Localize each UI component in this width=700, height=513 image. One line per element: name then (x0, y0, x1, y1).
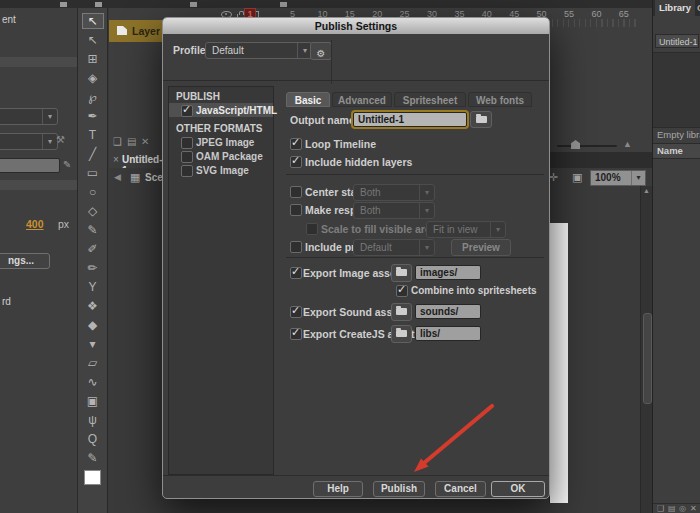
item-properties-icon[interactable]: ◎ (679, 504, 686, 513)
include-hidden-layers-label[interactable]: Include hidden layers (305, 156, 412, 168)
delete-item-icon[interactable]: ✕ (690, 504, 697, 513)
document-settings-button[interactable]: ngs... (0, 253, 50, 269)
javascript-html-label[interactable]: JavaScript/HTML (196, 105, 277, 116)
scroll-up-icon[interactable]: ▲ (643, 187, 650, 194)
export-sound-assets-checkbox[interactable] (290, 306, 302, 318)
hand-tool[interactable]: ψ (83, 413, 103, 427)
new-folder-icon[interactable]: ▤ (127, 136, 136, 147)
jpeg-image-checkbox[interactable] (181, 137, 193, 149)
properties-text-input[interactable] (0, 158, 60, 173)
panel-collapse-icon[interactable] (60, 2, 67, 7)
wrench-icon[interactable]: ⚒ (56, 134, 65, 145)
timeline-zoom-slider[interactable] (557, 145, 617, 147)
camera-tool[interactable]: ▣ (83, 394, 103, 408)
image-path-input[interactable]: images/ (415, 265, 481, 280)
pen-tool[interactable]: ✒ (83, 109, 103, 123)
properties-dropdown[interactable]: ▾ (0, 108, 58, 125)
line-tool[interactable]: ╱ (83, 147, 103, 161)
section-header-bar (0, 180, 77, 190)
output-name-input[interactable]: Untitled-1 (353, 112, 467, 127)
profile-select[interactable]: Default ▾ (205, 42, 313, 59)
bone-tool[interactable]: Y (83, 280, 103, 294)
panel-collapse-icon[interactable] (280, 2, 287, 7)
loop-timeline-checkbox[interactable] (290, 138, 302, 150)
zoom-tool[interactable]: Q (83, 432, 103, 446)
createjs-path-input[interactable]: libs/ (415, 326, 481, 341)
jpeg-image-label[interactable]: JPEG Image (196, 137, 254, 148)
output-folder-button[interactable] (470, 111, 492, 128)
fill-color-swatch[interactable] (84, 470, 101, 485)
panel-collapse-icon[interactable] (190, 2, 197, 7)
polystar-tool[interactable]: ◇ (83, 204, 103, 218)
breadcrumb: Sce (145, 172, 163, 183)
tab-web-fonts[interactable]: Web fonts (468, 92, 532, 107)
dialog-title-bar[interactable]: Publish Settings (163, 18, 549, 34)
svg-image-checkbox[interactable] (181, 165, 193, 177)
ink-bottle-tool[interactable]: ◆ (83, 318, 103, 332)
sound-path-input[interactable]: sounds/ (415, 304, 481, 319)
rectangle-tool[interactable]: ▭ (83, 166, 103, 180)
delete-layer-icon[interactable]: ✕ (141, 136, 149, 147)
include-hidden-layers-checkbox[interactable] (290, 156, 302, 168)
help-button[interactable]: Help (313, 481, 363, 497)
svg-image-label[interactable]: SVG Image (196, 165, 249, 176)
new-symbol-icon[interactable]: ❑ (657, 504, 664, 513)
stroke-color-icon[interactable]: ✎ (83, 451, 103, 465)
center-stage-checkbox[interactable] (290, 186, 302, 198)
tab-basic[interactable]: Basic (286, 92, 330, 107)
zoom-fit-icon[interactable]: ▲ (623, 139, 632, 149)
image-folder-button[interactable] (391, 264, 412, 282)
combine-spritesheets-label[interactable]: Combine into spritesheets (411, 285, 537, 296)
stage-height-value[interactable]: 400 (26, 218, 44, 230)
cancel-button[interactable]: Cancel (435, 481, 486, 497)
oam-package-checkbox[interactable] (181, 151, 193, 163)
loop-timeline-label[interactable]: Loop Timeline (305, 138, 376, 150)
make-responsive-checkbox[interactable] (290, 204, 302, 216)
selection-tool[interactable]: ↖ (83, 14, 103, 28)
include-preloader-checkbox[interactable] (290, 241, 302, 253)
clip-content-icon[interactable]: ▣ (572, 171, 582, 184)
pencil-icon[interactable]: ✎ (63, 159, 71, 170)
chevron-down-icon[interactable]: ▾ (631, 171, 645, 185)
pencil-tool[interactable]: ✎ (83, 223, 103, 237)
sound-folder-button[interactable] (391, 303, 412, 321)
tab-advanced[interactable]: Advanced (332, 92, 392, 107)
export-createjs-assets-checkbox[interactable] (290, 328, 302, 340)
brush-tool[interactable]: ✏ (83, 261, 103, 275)
paint-bucket-tool[interactable]: ❖ (83, 299, 103, 313)
publish-button[interactable]: Publish (373, 481, 425, 497)
stage-canvas[interactable] (550, 223, 568, 503)
back-arrow-icon[interactable]: ◀ (114, 172, 121, 182)
timeline-zoom-slider-thumb[interactable] (571, 140, 580, 149)
paint-brush-tool[interactable]: ✐ (83, 242, 103, 256)
ok-button[interactable]: OK (491, 481, 545, 497)
subselection-tool[interactable]: ↖ (83, 33, 103, 47)
document-tab[interactable]: × Untitled-1 (109, 152, 167, 168)
text-tool[interactable]: T (83, 128, 103, 142)
crosshair-icon[interactable]: ✛ (549, 171, 558, 184)
profile-options-button[interactable]: ⚙ (310, 42, 332, 60)
panel-collapse-icon[interactable] (95, 2, 102, 7)
tab-spritesheet[interactable]: Spritesheet (394, 92, 466, 107)
oval-tool[interactable]: ○ (83, 185, 103, 199)
3d-rotation-tool[interactable]: ◈ (83, 71, 103, 85)
export-image-assets-checkbox[interactable] (290, 267, 302, 279)
javascript-html-checkbox[interactable] (181, 105, 193, 117)
scrollbar-thumb[interactable] (643, 313, 652, 404)
createjs-folder-button[interactable] (391, 325, 412, 343)
stage-zoom-select[interactable]: 100% ▾ (590, 170, 646, 186)
eyedropper-tool[interactable]: ▾ (83, 337, 103, 351)
combine-spritesheets-checkbox[interactable] (396, 285, 408, 297)
oam-package-label[interactable]: OAM Package (196, 151, 263, 162)
free-transform-tool[interactable]: ⊞ (83, 52, 103, 66)
tab-library[interactable]: Library (655, 0, 695, 16)
lasso-tool[interactable]: ℘ (83, 90, 103, 104)
new-folder-icon[interactable]: ▤ (668, 504, 676, 513)
properties-dropdown[interactable]: ▾ (0, 133, 58, 150)
library-name-column-header[interactable]: Name (653, 143, 700, 159)
width-tool[interactable]: ∿ (83, 375, 103, 389)
close-icon[interactable]: × (113, 154, 119, 165)
library-document-select[interactable]: Untitled-1 (655, 34, 699, 48)
eraser-tool[interactable]: ▱ (83, 356, 103, 370)
new-layer-icon[interactable]: ❑ (113, 136, 122, 147)
